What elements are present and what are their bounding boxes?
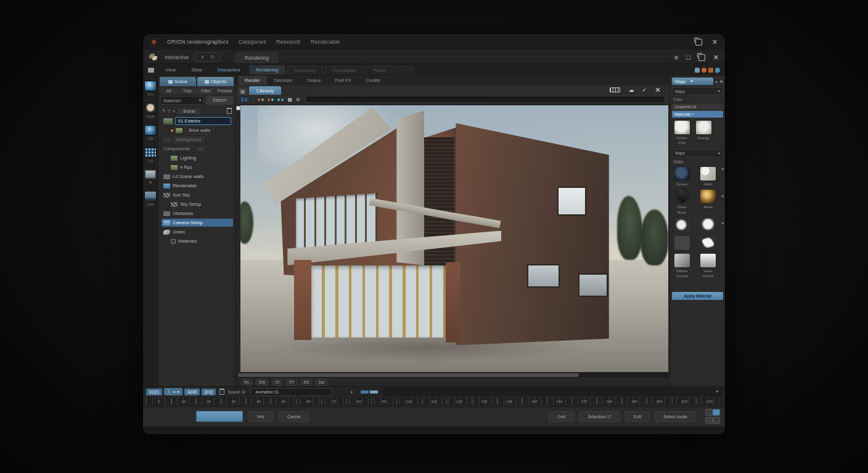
tree-item[interactable]: 01 Exterior	[162, 117, 233, 125]
viewport-tab[interactable]: Credits	[359, 76, 387, 85]
main-tab[interactable]: Translation	[325, 66, 364, 75]
zoom-level[interactable]: 1:1	[239, 96, 250, 103]
trash-icon[interactable]	[227, 108, 232, 114]
main-tab[interactable]: Slide	[184, 65, 209, 75]
tree-item[interactable]: Sky Setup	[169, 200, 233, 208]
main-tab[interactable]: Plans	[366, 66, 393, 75]
check-icon[interactable]: ✓	[642, 87, 647, 93]
channel-tab-beauty[interactable]: 1:Beauty	[249, 86, 281, 95]
menu-app[interactable]: ORION renderographics	[167, 39, 229, 45]
viewport-tab[interactable]: Denoiser	[268, 76, 300, 85]
render-element-toggle[interactable]: IPt	[286, 379, 297, 386]
range-chip[interactable]	[370, 390, 378, 394]
main-tab[interactable]: ~	[395, 66, 412, 75]
scene-subtab[interactable]: Tree	[178, 87, 196, 94]
layout-icon[interactable]	[705, 417, 713, 424]
render-element-toggle[interactable]: Dt	[272, 379, 282, 386]
horizontal-scrollbar[interactable]	[237, 373, 668, 378]
transport-controls[interactable]: ❘ ◂ ▸	[164, 388, 182, 395]
material-cell[interactable]	[673, 236, 691, 251]
document-tab-rendering[interactable]: Rendering	[235, 52, 279, 63]
material-cell[interactable]: Screen	[673, 167, 691, 187]
cancel-button[interactable]: Cancel	[279, 411, 309, 422]
material-cell[interactable]	[673, 218, 691, 233]
snapshot-item[interactable]: 1/8	[144, 125, 157, 140]
scene-subtab[interactable]: Presets	[216, 87, 234, 94]
scene-root-label[interactable]: Scene	[178, 108, 201, 114]
record-icon[interactable]: ⊙	[242, 389, 246, 395]
pin-icon[interactable]: •	[716, 79, 717, 84]
tree-item[interactable]: Materials	[169, 237, 233, 245]
material-cell[interactable]: Metal	[699, 190, 718, 215]
color-correct-icon[interactable]	[258, 99, 264, 101]
material-list-item[interactable]: Materials +	[672, 111, 723, 118]
render-element-toggle[interactable]: BW	[256, 379, 268, 386]
status-icon[interactable]	[715, 68, 720, 73]
material-cell[interactable]	[699, 236, 718, 251]
layout-icon-active[interactable]	[713, 409, 720, 416]
main-tab[interactable]: View	[158, 65, 182, 75]
snapshot-item[interactable]: G03	[144, 191, 157, 206]
maps-select[interactable]: Maps ▾	[672, 87, 723, 95]
status-icon[interactable]	[708, 68, 713, 73]
map-cell[interactable]: Online CSS	[673, 121, 691, 146]
main-tab[interactable]: Summary	[287, 66, 323, 75]
tree-item[interactable]: Obstacles	[162, 209, 233, 217]
timeline-track[interactable]: ▾	[383, 388, 722, 395]
main-tab[interactable]: Interactive	[211, 65, 247, 75]
render-element-toggle[interactable]: B3	[301, 379, 312, 386]
render-element-toggle[interactable]: bar	[316, 379, 327, 386]
animation-name-field[interactable]: Animation 01	[251, 388, 332, 396]
panel-close-icon[interactable]: ✕	[719, 79, 723, 84]
map-cell[interactable]: Energy	[694, 121, 713, 146]
snapshot-item[interactable]: 9.0	[144, 147, 157, 163]
info-button[interactable]: Info	[248, 411, 273, 422]
mode-button[interactable]: Selection 17	[579, 411, 620, 422]
restore-down-icon[interactable]	[698, 54, 705, 61]
snapshot-item[interactable]: Grab	[144, 103, 157, 118]
apply-material-button[interactable]: Apply Material	[672, 292, 723, 300]
cursor-icon[interactable]	[277, 99, 284, 101]
search-button[interactable]: Search	[206, 96, 233, 105]
main-tab[interactable]: Rendering	[249, 65, 285, 75]
mode-button[interactable]: Grid	[549, 411, 574, 422]
frame-badge[interactable]: E2(2)	[146, 389, 162, 395]
tree-item[interactable]: Lighting	[169, 154, 233, 162]
mode-button[interactable]: Edit	[625, 411, 650, 422]
menu-renderable[interactable]: Renderable	[311, 39, 340, 45]
target-icon[interactable]: ⊙	[296, 97, 300, 102]
inner-close-icon[interactable]: ✕	[713, 54, 719, 61]
tree-item[interactable]: Background	[162, 135, 233, 144]
close-icon[interactable]: ✕	[712, 39, 718, 46]
chevron-down-icon[interactable]: ▾	[721, 221, 724, 226]
viewport-tab[interactable]: Output	[300, 76, 328, 85]
picker-icon[interactable]	[268, 99, 274, 101]
pill-target-icon[interactable]: ⊙	[211, 54, 215, 60]
filter-dropdown[interactable]: Materials ▾	[160, 96, 204, 105]
tree-item[interactable]: Renderable	[162, 182, 233, 190]
material-cell[interactable]	[699, 218, 718, 233]
cloud-icon[interactable]: ☁	[628, 87, 634, 93]
tree-item[interactable]: Sun Sky	[162, 191, 233, 199]
layout-icon[interactable]	[713, 417, 720, 424]
trash-icon[interactable]	[219, 389, 224, 395]
tree-item[interactable]: Brick walls	[169, 126, 233, 134]
viewport-close-icon[interactable]: ✕	[655, 86, 661, 94]
ruler-icon[interactable]	[610, 87, 620, 92]
viewport-tab[interactable]: Render	[238, 76, 267, 85]
chevron-down-icon[interactable]: ▾	[721, 167, 724, 172]
range-button[interactable]: A245	[184, 389, 200, 395]
maps-dropdown-header[interactable]: Maps ▾	[672, 78, 713, 85]
exposure-bar[interactable]	[306, 97, 664, 102]
material-cell[interactable]: Walls	[699, 167, 718, 187]
status-icon[interactable]	[702, 68, 706, 73]
pin-view-icon[interactable]	[236, 106, 240, 110]
tree-item[interactable]: Grass	[162, 228, 233, 236]
menu-research[interactable]: Research	[276, 39, 301, 45]
material-cell[interactable]: Glass Brick	[673, 190, 691, 215]
menu-categories[interactable]: Categories	[239, 39, 266, 45]
snapshot-item[interactable]: W	[144, 169, 157, 184]
tab-objects[interactable]: Objects	[197, 77, 234, 86]
next-frame-icon[interactable]: ▸	[178, 389, 179, 394]
layout-icon[interactable]	[705, 409, 713, 416]
